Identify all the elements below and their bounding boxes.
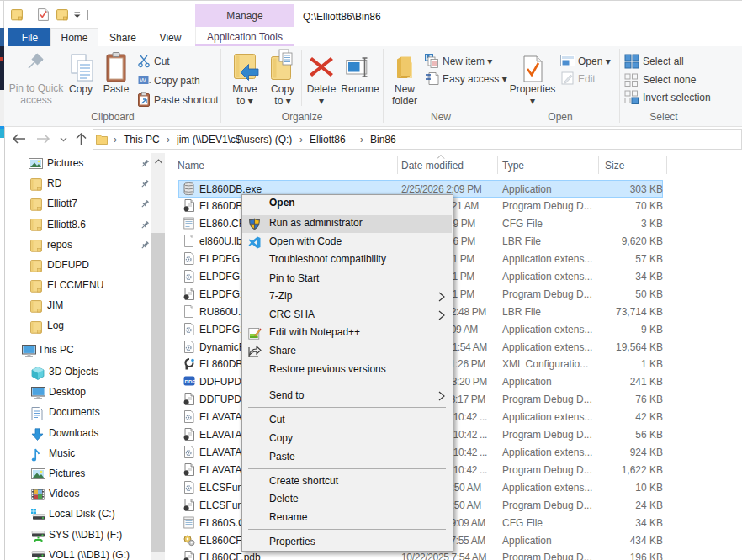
- svg-text:DDF: DDF: [185, 378, 196, 384]
- svg-text:W: W: [140, 77, 146, 84]
